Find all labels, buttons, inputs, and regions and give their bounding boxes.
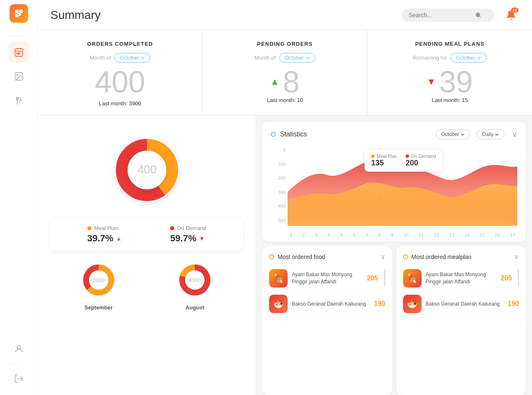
food-card-collapse-icon[interactable]: ∨	[380, 253, 385, 261]
left-panel: 400 Meal Plan 39.7% ▲	[38, 115, 256, 395]
august-label: August	[186, 304, 204, 311]
pending-meal-plans-value-row: ▼ 39	[380, 67, 519, 97]
x-label-17: 17	[510, 233, 515, 238]
top-stat-row: ORDERS COMPLETED Month of October 400 La…	[38, 30, 532, 115]
food-info-1: Ayam Bakar Mas Monyong Pinggir jalan Aff…	[292, 271, 363, 285]
search-input[interactable]	[409, 12, 472, 18]
tooltip-on-demand-value: 200	[406, 159, 418, 167]
notification-button[interactable]: 12	[503, 7, 519, 24]
x-label-13: 13	[449, 233, 454, 238]
food-item-1: 🍖 Ayam Bakar Mas Monyong Pinggir jalan A…	[269, 266, 385, 291]
svg-line-13	[480, 16, 481, 18]
mealplan-thumb-1: 🍖	[403, 269, 422, 288]
svg-text:4300: 4300	[189, 277, 201, 283]
y-label-300: 300	[271, 190, 288, 195]
meal-plan-pct: 39.7% ▲	[87, 233, 122, 244]
donut-chart: 400	[105, 128, 189, 212]
sidebar-item-calendar[interactable]	[8, 42, 29, 63]
sidebar-divider-bottom	[8, 364, 21, 364]
on-demand-pct: 59.7% ▼	[170, 233, 204, 244]
chevron-down-icon	[141, 56, 145, 60]
legend-on-demand: On Demand 59.7% ▼	[170, 225, 206, 244]
sidebar-item-image[interactable]	[8, 66, 29, 87]
pending-orders-month-badge[interactable]: October	[279, 53, 315, 63]
pending-meal-plans-month-label: Remaining for	[413, 55, 447, 61]
x-label-1: 1	[290, 233, 292, 238]
trend-down-icon: ▼	[427, 76, 436, 87]
food-count-2: 190	[374, 300, 385, 308]
svg-rect-0	[15, 49, 23, 56]
most-ordered-mealplan-title: Most ordered mealplan	[411, 254, 511, 260]
small-donut-august: 4300 August	[174, 259, 216, 311]
pending-orders-last-month: Last month: 10	[215, 97, 355, 103]
pending-meal-plans-card: PENDING MEAL PLANS Remaining for October…	[367, 30, 532, 115]
y-label-100: 100	[271, 162, 288, 167]
svg-rect-4	[17, 53, 18, 54]
meal-plan-trend-icon: ▲	[116, 235, 122, 242]
collapse-icon[interactable]: ∨	[512, 130, 517, 139]
pending-meal-plans-month: October	[456, 55, 475, 61]
most-ordered-food-card: Most ordered food ∨ 🍖 Ayam Bakar Mas Mon…	[262, 246, 392, 395]
mealplan-info-2: Bakso Geranat Daerah Kaliurang	[426, 301, 504, 308]
food-thumb-2: 🍜	[269, 295, 288, 313]
mealplan-item-1: 🍖 Ayam Bakar Mas Monyong Pinggir jalan A…	[403, 266, 519, 291]
statistics-period-filter[interactable]: Daily	[477, 129, 504, 139]
notification-badge: 12	[511, 8, 519, 13]
statistics-card: Statistics October Daily ∨	[262, 122, 526, 242]
pending-meal-plans-last-month: Last month: 15	[380, 97, 519, 103]
orders-completed-month-label: Month of	[89, 55, 111, 61]
sidebar-item-user[interactable]	[8, 338, 29, 359]
food-name-2: Bakso Geranat Daerah Kaliurang	[292, 301, 370, 308]
meal-plan-dot	[87, 226, 92, 230]
y-label-0: 0	[271, 147, 288, 152]
x-label-5: 5	[340, 233, 343, 238]
sidebar-divider	[8, 35, 30, 36]
x-label-11: 11	[419, 233, 424, 238]
chart-y-labels: 500 400 300 200 100 0	[271, 145, 288, 225]
food-card-dot	[269, 254, 274, 259]
page-title: Summary	[50, 8, 402, 22]
content: ORDERS COMPLETED Month of October 400 La…	[38, 30, 532, 395]
svg-point-10	[17, 345, 21, 349]
food-name-1: Ayam Bakar Mas Monyong Pinggir jalan Aff…	[292, 271, 363, 285]
most-ordered-food-title: Most ordered food	[278, 254, 377, 260]
orders-completed-month-badge[interactable]: October	[114, 53, 150, 63]
svg-text:2000: 2000	[92, 277, 105, 283]
pending-meal-plans-month-badge[interactable]: October	[451, 53, 487, 63]
x-label-14: 14	[464, 233, 469, 238]
chevron-down-icon-3	[477, 56, 481, 60]
header: Summary 12	[38, 0, 532, 30]
statistics-dot	[271, 132, 276, 137]
pending-meal-plans-value: 39	[439, 67, 473, 97]
mealplan-card-dot	[403, 254, 408, 259]
x-label-2: 2	[302, 233, 305, 238]
most-ordered-food-header: Most ordered food ∨	[269, 253, 385, 261]
tooltip-on-demand-dot	[406, 154, 409, 158]
sidebar-item-fork-knife[interactable]	[8, 90, 29, 111]
x-label-8: 8	[378, 233, 381, 238]
statistics-month-filter[interactable]: October	[436, 129, 470, 139]
tooltip-meal-plan-value: 135	[371, 159, 384, 167]
sidebar-item-logout[interactable]	[8, 368, 29, 389]
pending-meal-plans-month-row: Remaining for October	[380, 53, 519, 63]
orders-completed-last-month: Last month: 3900	[50, 100, 190, 107]
legend-meal-plan: Meal Plan 39.7% ▲	[87, 225, 122, 244]
orders-completed-month-row: Month of October	[50, 53, 190, 63]
mealplan-card-collapse-icon[interactable]: ∨	[514, 253, 519, 261]
right-panel: Statistics October Daily ∨	[256, 115, 532, 395]
chevron-down-icon-5	[495, 133, 499, 136]
donut-container: 400	[38, 120, 256, 216]
tooltip-meal-plan-label: Meal Plan	[377, 154, 397, 159]
tooltip-meal-plan: Meal Plan 135	[371, 154, 397, 167]
mealplan-count-1: 205	[501, 275, 512, 282]
pending-orders-card: PENDING ORDERS Month of October ▲ 8 Last…	[203, 30, 368, 115]
meal-plan-label: Meal Plan	[94, 225, 118, 231]
pending-orders-title: PENDING ORDERS	[215, 41, 355, 47]
tooltip-meal-plan-dot	[371, 154, 375, 158]
search-bar[interactable]	[402, 8, 494, 22]
trend-up-icon: ▲	[270, 76, 280, 87]
small-donuts-row: 2000 September 4300 August	[38, 253, 256, 315]
mealplan-name-1: Ayam Bakar Mas Monyong Pinggir jalan Aff…	[426, 271, 497, 285]
x-label-16: 16	[495, 233, 500, 238]
x-label-15: 15	[480, 233, 485, 238]
